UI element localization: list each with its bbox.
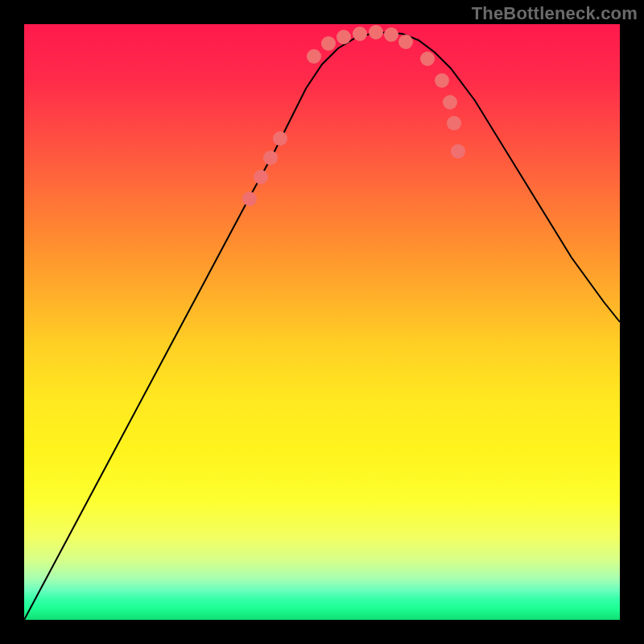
watermark-text: TheBottleneck.com — [472, 3, 638, 24]
curve-marker — [353, 27, 367, 41]
curve-marker — [384, 27, 398, 42]
curve-marker — [369, 25, 383, 39]
curve-marker — [336, 30, 351, 44]
bottleneck-curve — [24, 25, 620, 620]
curve-layer — [24, 24, 620, 620]
curve-marker — [273, 131, 287, 146]
curve-marker — [443, 95, 457, 109]
curve-marker — [435, 73, 449, 88]
curve-marker — [307, 49, 321, 64]
plot-area — [24, 24, 620, 620]
curve-marker — [321, 36, 336, 51]
marker-group — [242, 25, 465, 206]
curve-marker — [254, 170, 268, 184]
curve-marker — [447, 116, 461, 130]
curve-line — [24, 32, 620, 620]
curve-marker — [451, 144, 465, 159]
curve-marker — [242, 192, 257, 206]
curve-marker — [263, 151, 278, 165]
curve-marker — [398, 35, 413, 49]
chart-stage: TheBottleneck.com — [0, 0, 644, 644]
curve-marker — [420, 52, 435, 66]
